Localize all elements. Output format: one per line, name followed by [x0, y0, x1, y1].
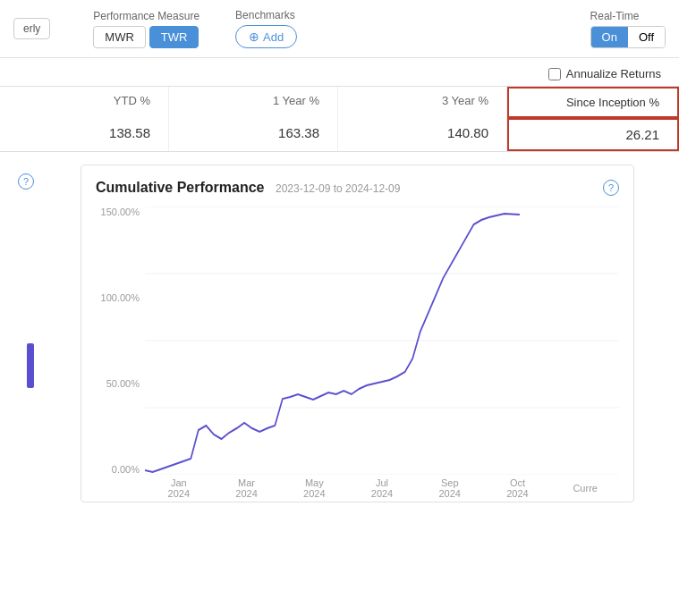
add-benchmark-button[interactable]: ⊕ Add [235, 25, 297, 48]
chart-header: Cumulative Performance 2023-12-09 to 202… [96, 180, 619, 196]
quarterly-button[interactable]: erly [13, 18, 50, 39]
performance-measure-group: MWR TWR [93, 26, 199, 48]
one-year-header: 1 Year % [169, 87, 338, 118]
chart-area: 150.00% 100.00% 50.00% 0.00% [96, 207, 619, 502]
one-year-value: 163.38 [169, 118, 338, 151]
realtime-label: Real-Time [590, 10, 666, 22]
chart-title: Cumulative Performance [96, 180, 265, 195]
realtime-toggle: On Off [590, 26, 666, 48]
y-label-100: 100.00% [96, 292, 145, 303]
performance-measure-section: Performance Measure MWR TWR [93, 10, 199, 48]
realtime-section: Real-Time On Off [590, 10, 666, 48]
three-year-value: 140.80 [338, 118, 507, 151]
x-axis-labels: Jan2024 Mar2024 May2024 Jul2024 Sep2024 … [145, 475, 619, 502]
x-label-mar: Mar2024 [213, 477, 281, 499]
chart-help-icon[interactable]: ? [603, 180, 619, 196]
y-axis-labels: 150.00% 100.00% 50.00% 0.00% [96, 207, 145, 475]
chart-date-range: 2023-12-09 to 2024-12-09 [276, 182, 400, 195]
x-label-oct: Oct2024 [484, 477, 552, 499]
three-year-header: 3 Year % [338, 87, 507, 118]
x-label-current: Curre [551, 483, 619, 494]
realtime-on-button[interactable]: On [591, 27, 628, 47]
performance-measure-label: Performance Measure [93, 10, 199, 22]
x-label-jul: Jul2024 [348, 477, 416, 499]
left-help-icon[interactable]: ? [18, 173, 34, 190]
ytd-header: YTD % [0, 87, 169, 118]
add-label: Add [263, 30, 284, 44]
chart-svg-area [145, 207, 619, 475]
mwr-button[interactable]: MWR [93, 26, 146, 48]
y-label-50: 50.00% [96, 378, 145, 389]
benchmarks-label: Benchmarks [235, 9, 297, 21]
realtime-off-button[interactable]: Off [628, 27, 665, 47]
chart-title-group: Cumulative Performance 2023-12-09 to 202… [96, 180, 400, 196]
annualize-checkbox[interactable] [548, 68, 561, 80]
annualize-row: Annualize Returns [0, 58, 679, 86]
plus-icon: ⊕ [249, 30, 259, 44]
twr-button[interactable]: TWR [149, 26, 199, 48]
x-label-jan: Jan2024 [145, 477, 213, 499]
since-inception-value: 26.21 [507, 118, 679, 151]
since-inception-header: Since Inception % [507, 87, 679, 118]
metrics-header-row: YTD % 1 Year % 3 Year % Since Inception … [0, 87, 679, 118]
metrics-values-row: 138.58 163.38 140.80 26.21 [0, 118, 679, 151]
top-bar: erly Performance Measure MWR TWR Benchma… [0, 0, 679, 58]
metrics-table: YTD % 1 Year % 3 Year % Since Inception … [0, 86, 679, 152]
x-label-sep: Sep2024 [416, 477, 484, 499]
x-label-may: May2024 [280, 477, 348, 499]
annualize-label: Annualize Returns [566, 67, 661, 80]
y-label-0: 0.00% [96, 464, 145, 475]
y-label-150: 150.00% [96, 207, 145, 217]
chart-container: Cumulative Performance 2023-12-09 to 202… [81, 165, 634, 502]
ytd-value: 138.58 [0, 118, 169, 151]
left-bar-indicator [27, 343, 34, 388]
benchmarks-section: Benchmarks ⊕ Add [235, 9, 297, 48]
